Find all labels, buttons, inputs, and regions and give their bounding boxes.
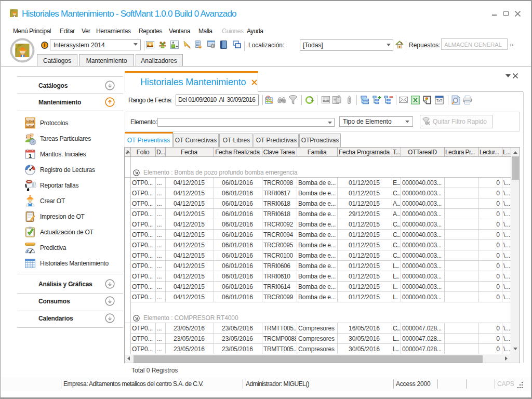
svg-text:TxT: TxT [436,99,442,102]
svg-text:1: 1 [29,153,32,159]
